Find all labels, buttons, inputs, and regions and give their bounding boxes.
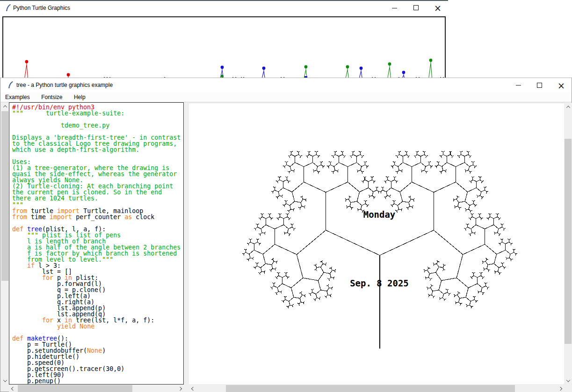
scrollbar-corner: [564, 385, 572, 392]
canvas-hscrollbar[interactable]: [189, 385, 564, 392]
chevron-left-icon: [191, 386, 195, 390]
vscroll-thumb[interactable]: [1, 111, 8, 281]
turtle-graphics-window: Python Turtle Graphics ×: [0, 0, 448, 79]
minimize-button[interactable]: [516, 85, 521, 86]
scroll-up-button[interactable]: [564, 103, 572, 111]
bg-window-title: Python Turtle Graphics: [13, 1, 70, 15]
bg-titlebar[interactable]: Python Turtle Graphics ×: [0, 1, 448, 15]
canvas-vscrollbar[interactable]: [564, 103, 572, 385]
chevron-up-icon: [566, 106, 570, 109]
source-code-pane[interactable]: #!/usr/bin/env python3""" turtle-example…: [9, 102, 184, 385]
chevron-left-icon: [11, 386, 14, 390]
canvas-label: Monday: [363, 209, 395, 220]
main-area: #!/usr/bin/env python3""" turtle-example…: [0, 102, 572, 392]
code-text: #!/usr/bin/env python3""" turtle-example…: [12, 104, 181, 385]
chevron-down-icon: [3, 378, 7, 382]
hscroll-thumb[interactable]: [18, 385, 132, 392]
scroll-down-button[interactable]: [1, 377, 9, 385]
turtle-drawing-canvas: MondaySep. 8 2025: [189, 103, 564, 384]
close-button[interactable]: ×: [434, 1, 442, 14]
chevron-up-icon: [3, 105, 7, 109]
bg-turtle-canvas: [2, 16, 446, 80]
menu-help[interactable]: Help: [69, 92, 90, 102]
scroll-right-button[interactable]: [556, 385, 564, 392]
code-hscrollbar[interactable]: [9, 385, 184, 392]
hscroll-thumb[interactable]: [226, 385, 515, 392]
scroll-up-button[interactable]: [1, 102, 9, 110]
fg-titlebar[interactable]: tree - a Python turtle graphics example …: [0, 78, 572, 92]
scroll-right-button[interactable]: [176, 385, 184, 392]
chevron-right-icon: [178, 386, 181, 390]
tk-feather-icon: [7, 81, 14, 89]
desktop: Python Turtle Graphics × tree - a Python…: [0, 0, 572, 392]
scroll-left-button[interactable]: [9, 385, 17, 392]
scroll-down-button[interactable]: [564, 377, 572, 385]
menubar: Examples Fontsize Help: [0, 92, 572, 102]
code-vscrollbar[interactable]: [1, 102, 9, 385]
maximize-button[interactable]: [537, 83, 542, 88]
menu-examples[interactable]: Examples: [0, 92, 35, 102]
minimize-button[interactable]: [392, 8, 397, 8]
pane-splitter[interactable]: [184, 102, 189, 392]
chevron-right-icon: [558, 386, 562, 390]
canvas-text-layer: MondaySep. 8 2025: [350, 209, 409, 289]
chevron-down-icon: [566, 378, 570, 382]
menu-fontsize[interactable]: Fontsize: [36, 92, 67, 102]
maximize-button[interactable]: [413, 5, 419, 10]
tk-feather-icon: [5, 4, 12, 12]
tree-demo-window: tree - a Python turtle graphics example …: [0, 78, 572, 392]
fg-window-title: tree - a Python turtle graphics example: [16, 78, 113, 92]
scroll-left-button[interactable]: [189, 385, 197, 392]
vscroll-thumb[interactable]: [565, 139, 572, 344]
canvas-label: Sep. 8 2025: [350, 278, 409, 288]
close-button[interactable]: ×: [558, 79, 565, 92]
fractal-tree-path: [242, 151, 518, 349]
forest-drawing: [3, 17, 445, 80]
